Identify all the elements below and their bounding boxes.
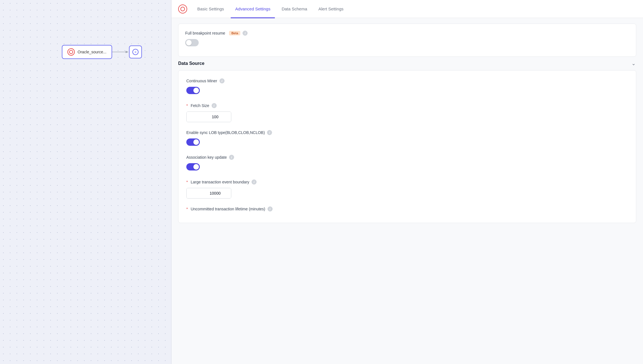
data-source-header[interactable]: Data Source ⌄: [178, 57, 636, 70]
data-source-chevron-icon: ⌄: [631, 61, 636, 66]
full-breakpoint-toggle-wrapper: [185, 39, 629, 47]
full-breakpoint-info-icon[interactable]: i: [243, 31, 248, 36]
tab-data-schema[interactable]: Data Schema: [277, 0, 312, 18]
continuous-miner-toggle-knob: [193, 88, 199, 93]
large-transaction-field-group: * Large transaction event boundary i ▲ ▼: [186, 179, 628, 199]
svg-marker-1: [126, 51, 128, 53]
destination-icon: [132, 49, 139, 55]
sync-lob-toggle[interactable]: [186, 138, 200, 146]
fetch-size-field-group: * Fetch Size i ▲ ▼: [186, 103, 628, 122]
fetch-size-input[interactable]: [187, 112, 231, 122]
fetch-size-required-star: *: [186, 103, 188, 108]
full-breakpoint-label: Full breakpoint resume Beta i: [185, 31, 629, 36]
large-transaction-info-icon[interactable]: i: [252, 179, 257, 185]
pipeline-arrow: [112, 49, 129, 55]
oracle-source-node[interactable]: Oracle_source...: [62, 45, 112, 59]
continuous-miner-label: Continuous Miner i: [186, 78, 628, 83]
right-panel: Basic Settings Advanced Settings Data Sc…: [171, 0, 643, 364]
large-transaction-label: * Large transaction event boundary i: [186, 179, 628, 185]
fetch-size-label: * Fetch Size i: [186, 103, 628, 108]
content-area: Full breakpoint resume Beta i Data Sourc…: [171, 18, 643, 364]
association-key-field-group: Association key update i: [186, 155, 628, 172]
full-breakpoint-card: Full breakpoint resume Beta i: [178, 24, 636, 57]
association-key-info-icon[interactable]: i: [229, 155, 234, 160]
tabs-header: Basic Settings Advanced Settings Data Sc…: [171, 0, 643, 18]
continuous-miner-field-group: Continuous Miner i: [186, 78, 628, 95]
fetch-size-info-icon[interactable]: i: [212, 103, 217, 108]
uncommitted-transaction-field-group: * Uncommitted transaction lifetime (minu…: [186, 206, 628, 211]
large-transaction-input-wrapper: ▲ ▼: [186, 188, 231, 199]
association-key-label: Association key update i: [186, 155, 628, 160]
arrow-svg: [112, 49, 129, 55]
sync-lob-field-group: Enable sync LOB type(BLOB,CLOB,NCLOB) i: [186, 130, 628, 147]
full-breakpoint-toggle[interactable]: [185, 39, 199, 46]
fetch-size-input-wrapper: ▲ ▼: [186, 112, 231, 122]
pipeline-flow: Oracle_source...: [62, 45, 142, 59]
data-source-title: Data Source: [178, 61, 204, 66]
full-breakpoint-toggle-knob: [186, 40, 192, 46]
uncommitted-transaction-info-icon[interactable]: i: [268, 206, 273, 211]
continuous-miner-toggle-wrapper: [186, 87, 628, 95]
tab-alert-settings[interactable]: Alert Settings: [314, 0, 348, 18]
sync-lob-toggle-wrapper: [186, 138, 628, 147]
canvas-area: Oracle_source...: [0, 0, 171, 364]
uncommitted-transaction-label: * Uncommitted transaction lifetime (minu…: [186, 206, 628, 211]
association-key-toggle-knob: [193, 164, 199, 170]
tab-basic-settings[interactable]: Basic Settings: [193, 0, 228, 18]
sync-lob-toggle-knob: [193, 139, 199, 145]
association-key-toggle-wrapper: [186, 163, 628, 172]
oracle-node-label: Oracle_source...: [78, 50, 107, 54]
sync-lob-info-icon[interactable]: i: [267, 130, 272, 135]
data-source-content: Continuous Miner i * Fetch Size i: [178, 70, 636, 223]
data-source-section: Data Source ⌄ Continuous Miner i: [178, 57, 636, 223]
large-transaction-required-star: *: [186, 180, 188, 184]
tab-oracle-icon: [178, 4, 187, 13]
oracle-icon: [67, 48, 75, 56]
tab-advanced-settings[interactable]: Advanced Settings: [231, 0, 275, 18]
beta-badge: Beta: [229, 31, 240, 35]
sync-lob-label: Enable sync LOB type(BLOB,CLOB,NCLOB) i: [186, 130, 628, 135]
destination-node[interactable]: [129, 46, 142, 58]
continuous-miner-info-icon[interactable]: i: [219, 78, 225, 83]
association-key-toggle[interactable]: [186, 163, 200, 170]
uncommitted-transaction-required-star: *: [186, 207, 188, 211]
continuous-miner-toggle[interactable]: [186, 87, 200, 94]
large-transaction-input[interactable]: [187, 188, 231, 198]
full-breakpoint-field-group: Full breakpoint resume Beta i: [185, 31, 629, 47]
